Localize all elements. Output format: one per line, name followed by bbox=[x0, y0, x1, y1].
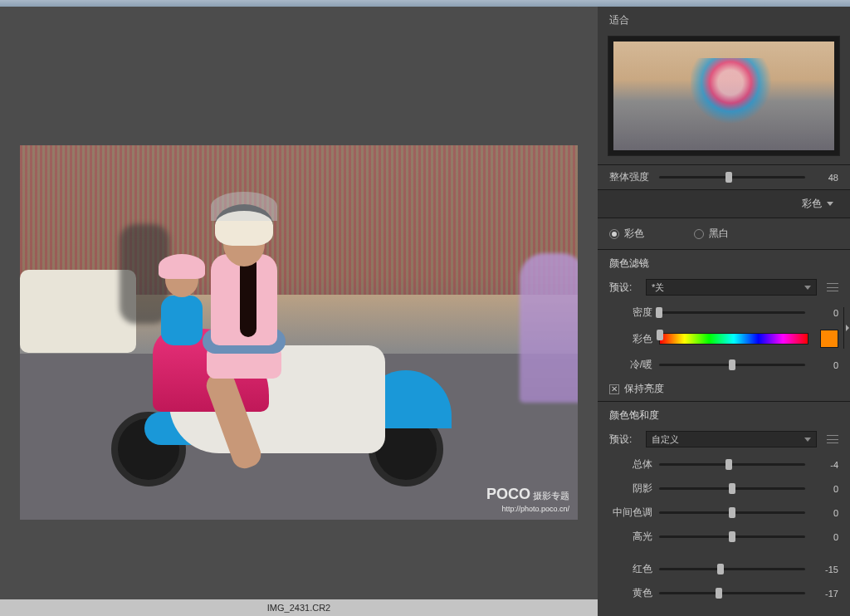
sat-highlights-slider[interactable] bbox=[659, 535, 805, 538]
bg-rider bbox=[520, 253, 578, 403]
slider-label: 红色 bbox=[609, 562, 652, 576]
preview-thumbnail[interactable] bbox=[608, 36, 840, 156]
chevron-down-icon bbox=[827, 202, 833, 206]
slider-label: 中间色调 bbox=[609, 506, 652, 520]
radio-label: 黑白 bbox=[709, 227, 729, 241]
slider-thumb[interactable] bbox=[656, 307, 662, 318]
overall-intensity-row: 整体强度 48 bbox=[598, 165, 850, 189]
menu-icon[interactable] bbox=[827, 435, 838, 443]
slider-value: 0 bbox=[812, 308, 838, 318]
window-titlebar bbox=[0, 0, 850, 7]
radio-color[interactable]: 彩色 bbox=[609, 227, 644, 241]
panel-expand-handle[interactable] bbox=[843, 307, 850, 349]
slider-label: 黄色 bbox=[609, 586, 652, 600]
radio-icon bbox=[694, 229, 704, 239]
color-filter-title: 颜色滤镜 bbox=[598, 249, 850, 274]
filter-preset-select[interactable]: *关 bbox=[646, 279, 817, 296]
slider-value: 0 bbox=[812, 508, 838, 518]
dropdown-label: 彩色 bbox=[802, 197, 822, 211]
saturation-preset-select[interactable]: 自定义 bbox=[646, 431, 817, 447]
slider-thumb[interactable] bbox=[729, 359, 735, 370]
slider-label: 高光 bbox=[609, 530, 652, 544]
sat-yellow-slider[interactable] bbox=[659, 592, 805, 594]
filename-text: IMG_2431.CR2 bbox=[267, 603, 330, 613]
slider-thumb[interactable] bbox=[716, 588, 722, 599]
slider-value: 0 bbox=[812, 532, 838, 542]
slider-value: -17 bbox=[812, 589, 838, 599]
filter-color-row: 彩色 bbox=[598, 325, 850, 353]
canvas-area: POCO 摄影专题 http://photo.poco.cn/ bbox=[0, 7, 598, 599]
watermark-url: http://photo.poco.cn/ bbox=[501, 505, 569, 513]
adjustments-panel: 适合 整体强度 48 彩色 彩色 黑白 颜色滤镜 bbox=[598, 7, 850, 616]
slider-thumb[interactable] bbox=[725, 172, 732, 183]
slider-thumb[interactable] bbox=[729, 483, 735, 494]
temp-row: 冷/暖 0 bbox=[598, 353, 850, 377]
slider-thumb[interactable] bbox=[729, 531, 735, 542]
slider-thumb[interactable] bbox=[657, 330, 663, 340]
sat-overall-slider[interactable] bbox=[659, 463, 805, 466]
temp-slider[interactable] bbox=[659, 364, 805, 366]
sat-shadows-slider[interactable] bbox=[659, 487, 805, 490]
filename-bar: IMG_2431.CR2 bbox=[0, 599, 598, 616]
slider-value: 0 bbox=[812, 484, 838, 494]
select-value: 自定义 bbox=[652, 433, 679, 446]
slider-thumb[interactable] bbox=[725, 459, 732, 470]
saturation-preset-row: 预设: 自定义 bbox=[598, 426, 850, 452]
watermark-logo: POCO bbox=[486, 486, 530, 502]
sat-shadows-row: 阴影 0 bbox=[598, 477, 850, 501]
sat-overall-row: 总体 -4 bbox=[598, 452, 850, 477]
filter-preset-row: 预设: *关 bbox=[598, 274, 850, 301]
sat-midtones-row: 中间色调 0 bbox=[598, 501, 850, 525]
sat-highlights-row: 高光 0 bbox=[598, 525, 850, 549]
sat-midtones-slider[interactable] bbox=[659, 511, 805, 514]
slider-value: -4 bbox=[812, 460, 838, 470]
preview-image bbox=[613, 42, 834, 150]
rider-figure bbox=[186, 204, 310, 412]
radio-label: 彩色 bbox=[624, 227, 644, 241]
checkbox-label: 保持亮度 bbox=[624, 382, 664, 396]
slider-label: 整体强度 bbox=[609, 170, 652, 184]
slider-label: 冷/暖 bbox=[609, 358, 652, 372]
watermark: POCO 摄影专题 http://photo.poco.cn/ bbox=[486, 486, 569, 513]
radio-icon bbox=[609, 229, 619, 239]
radio-bw[interactable]: 黑白 bbox=[694, 227, 729, 241]
slider-thumb[interactable] bbox=[717, 564, 724, 574]
density-row: 密度 0 bbox=[598, 301, 850, 325]
slider-label: 阴影 bbox=[609, 482, 652, 496]
mode-dropdown[interactable]: 彩色 bbox=[598, 189, 850, 218]
slider-label: 彩色 bbox=[609, 332, 652, 346]
checkbox-icon[interactable] bbox=[609, 384, 619, 394]
slider-label: 总体 bbox=[609, 457, 652, 472]
saturation-title: 颜色饱和度 bbox=[598, 401, 850, 426]
menu-icon[interactable] bbox=[827, 283, 838, 291]
color-mode-radios: 彩色 黑白 bbox=[598, 218, 850, 249]
sat-red-slider[interactable] bbox=[659, 568, 805, 570]
slider-value: -15 bbox=[812, 565, 838, 574]
sat-yellow-row: 黄色 -17 bbox=[598, 581, 850, 605]
select-value: *关 bbox=[652, 281, 664, 294]
slider-label: 密度 bbox=[609, 306, 652, 320]
color-swatch[interactable] bbox=[820, 330, 838, 348]
sat-red-row: 红色 -15 bbox=[598, 557, 850, 581]
hue-gradient-slider[interactable] bbox=[659, 333, 808, 345]
slider-value: 48 bbox=[812, 173, 838, 183]
watermark-title: 摄影专题 bbox=[533, 491, 569, 501]
overall-intensity-slider[interactable] bbox=[659, 176, 805, 178]
slider-thumb[interactable] bbox=[729, 507, 735, 518]
image-canvas[interactable]: POCO 摄影专题 http://photo.poco.cn/ bbox=[20, 145, 578, 520]
slider-value: 0 bbox=[812, 360, 838, 370]
preset-label: 预设: bbox=[609, 281, 639, 295]
density-slider[interactable] bbox=[659, 311, 805, 314]
rider-visor bbox=[211, 192, 277, 221]
preserve-luminosity-row[interactable]: 保持亮度 bbox=[598, 377, 850, 401]
fit-label[interactable]: 适合 bbox=[598, 7, 850, 32]
preset-label: 预设: bbox=[609, 433, 639, 447]
